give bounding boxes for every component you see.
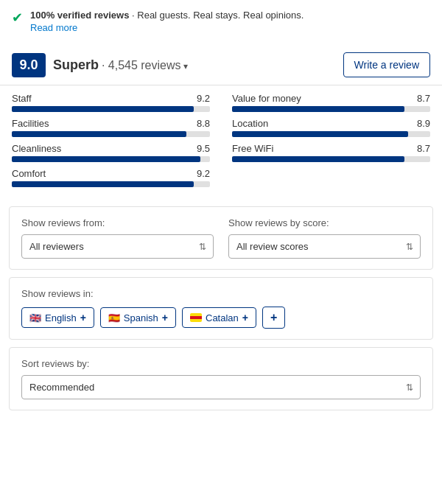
lang-section: Show reviews in: 🇬🇧 English +🇪🇸 Spanish …	[9, 277, 433, 340]
score-label: Staff	[12, 93, 32, 104]
score-label: Location	[232, 118, 268, 129]
score-label-row: Location 8.9	[232, 118, 430, 129]
score-label: Value for money	[232, 93, 301, 104]
bar-track	[232, 131, 430, 137]
scores-grid: Staff 9.2 Value for money 8.7	[12, 93, 430, 187]
score-item	[232, 168, 430, 187]
write-review-button[interactable]: Write a review	[343, 52, 430, 77]
check-icon: ✔	[12, 10, 23, 26]
rating-count: 4,545 reviews	[108, 59, 181, 71]
scores-section: Staff 9.2 Value for money 8.7	[0, 85, 442, 199]
score-item: Facilities 8.8	[12, 118, 210, 137]
rating-left: 9.0 Superb · 4,545 reviews ▾	[12, 53, 188, 77]
score-value: 8.9	[417, 118, 430, 129]
score-label-row: Facilities 8.8	[12, 118, 210, 129]
bar-track	[12, 106, 210, 112]
sort-select-wrapper: RecommendedMost recentHighest scoreLowes…	[21, 375, 421, 399]
bar-track	[232, 156, 430, 162]
lang-tag-name: English	[45, 312, 77, 323]
bar-fill	[12, 131, 186, 137]
lang-tag-catalan[interactable]: Catalan +	[182, 307, 256, 328]
filter-from-group: Show reviews from: All reviewersRecent r…	[21, 217, 214, 259]
lang-tag-plus-icon: +	[242, 312, 248, 323]
sort-label: Sort reviews by:	[21, 358, 421, 369]
bar-fill	[12, 181, 194, 187]
score-value: 9.5	[197, 143, 210, 154]
score-item: Free WiFi 8.7	[232, 143, 430, 162]
filter-row: Show reviews from: All reviewersRecent r…	[21, 217, 421, 259]
rating-label: Superb	[53, 57, 99, 72]
english-flag-icon: 🇬🇧	[29, 312, 41, 323]
bar-track	[12, 156, 210, 162]
filter-score-group: Show reviews by score: All review scores…	[228, 217, 421, 259]
score-item: Location 8.9	[232, 118, 430, 137]
bar-track	[12, 181, 210, 187]
bar-track	[232, 106, 430, 112]
score-item: Staff 9.2	[12, 93, 210, 112]
lang-tag-english[interactable]: 🇬🇧 English +	[21, 307, 94, 328]
score-label-row: Cleanliness 9.5	[12, 143, 210, 154]
score-label: Free WiFi	[232, 143, 273, 154]
verified-sub: · Real guests. Real stays. Real opinions…	[129, 10, 304, 21]
score-label-row: Staff 9.2	[12, 93, 210, 104]
lang-tag-plus-icon: +	[80, 312, 86, 323]
filter-from-select[interactable]: All reviewersRecent reviewersTop reviewe…	[21, 234, 214, 259]
filter-from-select-wrapper: All reviewersRecent reviewersTop reviewe…	[21, 234, 214, 259]
read-more-link[interactable]: Read more	[30, 22, 304, 33]
lang-tag-name: Spanish	[124, 312, 158, 323]
score-value: 8.7	[417, 143, 430, 154]
verified-bold: 100% verified reviews	[30, 10, 129, 21]
score-value: 8.7	[417, 93, 430, 104]
score-label-row: Free WiFi 8.7	[232, 143, 430, 154]
filter-section: Show reviews from: All reviewersRecent r…	[9, 206, 433, 270]
sort-select[interactable]: RecommendedMost recentHighest scoreLowes…	[21, 375, 421, 399]
score-item: Cleanliness 9.5	[12, 143, 210, 162]
rating-header: 9.0 Superb · 4,545 reviews ▾ Write a rev…	[0, 42, 442, 85]
bar-fill	[12, 106, 194, 112]
score-value: 9.2	[197, 168, 210, 179]
score-label-row: Value for money 8.7	[232, 93, 430, 104]
rating-title: Superb · 4,545 reviews ▾	[53, 57, 188, 73]
verified-banner: ✔ 100% verified reviews · Real guests. R…	[0, 0, 442, 42]
bar-fill	[232, 106, 404, 112]
score-label: Facilities	[12, 118, 49, 129]
bar-fill	[232, 131, 408, 137]
rating-separator: ·	[102, 59, 108, 71]
score-label: Cleanliness	[12, 143, 61, 154]
score-label-row: Comfort 9.2	[12, 168, 210, 179]
score-value: 9.2	[197, 93, 210, 104]
score-badge: 9.0	[12, 53, 46, 77]
bar-fill	[12, 156, 200, 162]
filter-from-label: Show reviews from:	[21, 217, 214, 228]
lang-tags: 🇬🇧 English +🇪🇸 Spanish + Catalan ++	[21, 307, 421, 329]
score-value: 8.8	[197, 118, 210, 129]
filter-score-select-wrapper: All review scoresWonderful 9+Very good 7…	[228, 234, 421, 259]
score-item: Comfort 9.2	[12, 168, 210, 187]
catalan-flag-icon	[190, 313, 202, 322]
lang-tag-spanish[interactable]: 🇪🇸 Spanish +	[100, 307, 176, 328]
filter-score-select[interactable]: All review scoresWonderful 9+Very good 7…	[228, 234, 421, 259]
score-item: Value for money 8.7	[232, 93, 430, 112]
chevron-down-icon[interactable]: ▾	[183, 61, 188, 71]
spanish-flag-icon: 🇪🇸	[108, 312, 120, 323]
add-language-button[interactable]: +	[262, 307, 285, 329]
lang-label: Show reviews in:	[21, 288, 421, 299]
score-label: Comfort	[12, 168, 46, 179]
bar-track	[12, 131, 210, 137]
filter-score-label: Show reviews by score:	[228, 217, 421, 228]
bar-fill	[232, 156, 404, 162]
lang-tag-name: Catalan	[206, 312, 239, 323]
sort-section: Sort reviews by: RecommendedMost recentH…	[9, 347, 433, 410]
lang-tag-plus-icon: +	[162, 312, 168, 323]
